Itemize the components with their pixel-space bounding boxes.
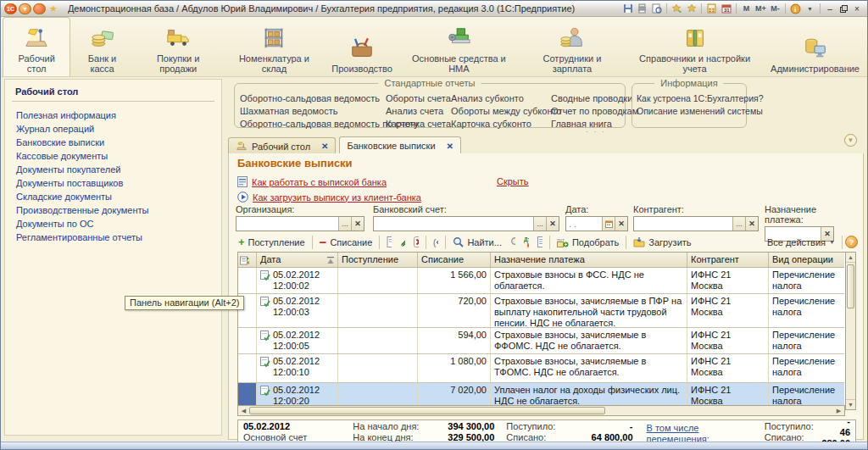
help-link-load-from-client-bank[interactable]: Как загрузить выписку из клиент-банка [253,192,421,203]
nav-item-useful-info[interactable]: Полезная информация [5,108,221,122]
print-preview-icon[interactable] [649,3,664,15]
pick-button[interactable]: питПодобрать [553,235,623,249]
bank-account-filter-field[interactable]: ... ✕ [373,216,559,231]
memory-plus-button[interactable]: M+ [754,3,768,15]
bank-account-lookup-button[interactable]: ... [533,217,546,231]
column-header-receipt[interactable]: Поступление [338,253,418,267]
nav-item-supplier-documents[interactable]: Документы поставщиков [5,176,221,190]
clear-find-button[interactable] [506,236,520,249]
receipt-button[interactable]: +Поступление [234,236,309,249]
column-header-writeoff[interactable]: Списание [418,253,491,267]
favorites-icon[interactable] [684,3,698,15]
report-link[interactable]: Анализ счета [386,105,451,118]
column-header-operation[interactable]: Вид операции [769,253,844,267]
create-document-button[interactable] [382,236,396,249]
writeoff-button[interactable]: −Списание [315,236,377,249]
tab-desktop[interactable]: Рабочий стол ✕ [228,137,336,154]
scroll-left-arrow[interactable]: ◀ [238,406,249,415]
date-calendar-icon[interactable] [602,217,615,231]
table-row[interactable]: 05.02.201212:00:05 594,00 Страховые взно… [238,328,844,354]
system-button[interactable] [33,3,46,14]
report-link[interactable]: Обороты между субконто [451,105,551,118]
tab-close-icon[interactable]: ✕ [447,142,453,151]
counterparty-clear-icon[interactable]: ✕ [745,217,758,231]
help-button[interactable]: ? [845,236,858,248]
set-period-button[interactable]: () [429,236,442,249]
scroll-up-arrow[interactable]: ▲ [846,253,855,263]
organization-lookup-button[interactable]: ... [338,217,351,231]
corner-settings-cell[interactable] [238,253,257,267]
nav-item-bank-statements[interactable]: Банковские выписки [5,136,221,149]
help-link-work-with-statement[interactable]: Как работать с выпиской банка [252,177,387,187]
nav-item-buyer-documents[interactable]: Документы покупателей [5,163,221,176]
horizontal-scroll-thumb[interactable] [249,407,605,414]
memory-recall-button[interactable]: M [739,3,754,15]
calculator-icon[interactable] [704,3,719,15]
horizontal-scrollbar[interactable]: ◀ ▶ [237,405,845,416]
section-administration[interactable]: Администрирование [765,20,865,76]
info-link-how-1c-works[interactable]: Как устроена 1С:Бухгалтерия? [637,92,742,105]
panel-resize-grip[interactable]: · · · [586,127,606,136]
section-bank-cash[interactable]: Банк и касса [70,20,133,76]
date-input[interactable] [566,217,602,231]
scroll-down-arrow[interactable]: ▼ [846,399,855,409]
section-desktop[interactable]: Рабочий стол [3,17,70,76]
minimize-button[interactable]: – [823,3,837,14]
info-icon[interactable]: i [788,3,803,15]
tab-close-icon[interactable]: ✕ [321,142,328,151]
report-link[interactable]: Оборотно-сальдовая ведомость [240,92,386,105]
column-header-purpose[interactable]: Назначение платежа [491,253,687,267]
delete-button[interactable] [409,236,423,249]
favorites-star-icon[interactable]: ★ [49,3,58,14]
document-list-button[interactable] [533,236,547,249]
table-row[interactable]: 05.02.201212:00:10 1 080,00 Страховые вз… [238,354,844,383]
report-link[interactable]: Карточка счета [386,118,451,131]
counterparty-input[interactable] [634,217,732,231]
bank-account-clear-icon[interactable]: ✕ [546,217,559,231]
organization-input[interactable] [236,217,338,231]
organization-clear-icon[interactable]: ✕ [351,217,364,231]
column-header-counterparty[interactable]: Контрагент [687,253,769,267]
all-actions-button[interactable]: Все действия▼ [763,236,839,249]
tab-bank-statements[interactable]: Банковские выписки ✕ [339,136,461,154]
info-link-change-description[interactable]: Описание изменений системы [637,105,742,118]
organization-filter-field[interactable]: ... ✕ [236,216,364,231]
nav-item-warehouse-documents[interactable]: Складские документы [5,190,221,203]
chevron-down-icon[interactable]: ▼ [803,3,817,15]
section-fixed-assets[interactable]: Основные средства и НМА [398,20,520,76]
restore-button[interactable] [837,3,850,14]
column-header-date[interactable]: Дата [257,253,338,267]
1c-logo-menu-button[interactable]: 1С [4,3,17,14]
nav-item-production-documents[interactable]: Производственные документы [5,203,221,217]
vertical-scroll-thumb[interactable] [847,264,854,308]
report-link[interactable]: Сводные проводки [551,92,638,105]
report-link[interactable]: Обороты счета [386,92,451,105]
section-purchases-sales[interactable]: Покупки и продажи [134,20,223,76]
counterparty-filter-field[interactable]: ... ✕ [633,216,759,231]
save-icon[interactable] [620,3,635,15]
nav-item-cash-documents[interactable]: Кассовые документы [5,149,221,163]
edit-button[interactable] [396,236,409,249]
hide-link[interactable]: Скрыть [497,176,529,186]
print-icon[interactable] [635,3,649,15]
counterparty-lookup-button[interactable]: ... [732,217,745,231]
memory-minus-button[interactable]: M- [768,3,782,15]
calendar-icon[interactable]: 31 [719,3,733,15]
section-references-settings[interactable]: Справочники и настройки учета [625,20,765,76]
report-link[interactable]: Отчет по проводкам [551,105,638,118]
report-link[interactable]: Оборотно-сальдовая ведомость по счету [240,118,386,131]
nav-item-operations-journal[interactable]: Журнал операций [5,122,221,136]
report-link[interactable]: Карточка субконто [451,118,551,131]
close-button[interactable]: × [850,3,864,14]
find-button[interactable]: Найти... [448,235,506,249]
report-link[interactable]: Анализ субконто [451,92,551,105]
nav-item-regulated-reports[interactable]: Регламентированные отчеты [5,231,221,244]
bank-account-input[interactable] [374,217,533,231]
vertical-scrollbar[interactable]: ▲ ▼ [845,252,856,410]
date-filter-field[interactable]: ✕ [565,216,628,231]
system-menu-dropdown-button[interactable]: ▼ [19,3,31,14]
load-button[interactable]: Загрузить [629,235,695,249]
section-production[interactable]: Производство [326,20,398,76]
date-clear-icon[interactable]: ✕ [615,217,627,231]
section-nomenclature-warehouse[interactable]: Номенклатура и склад [223,20,326,76]
